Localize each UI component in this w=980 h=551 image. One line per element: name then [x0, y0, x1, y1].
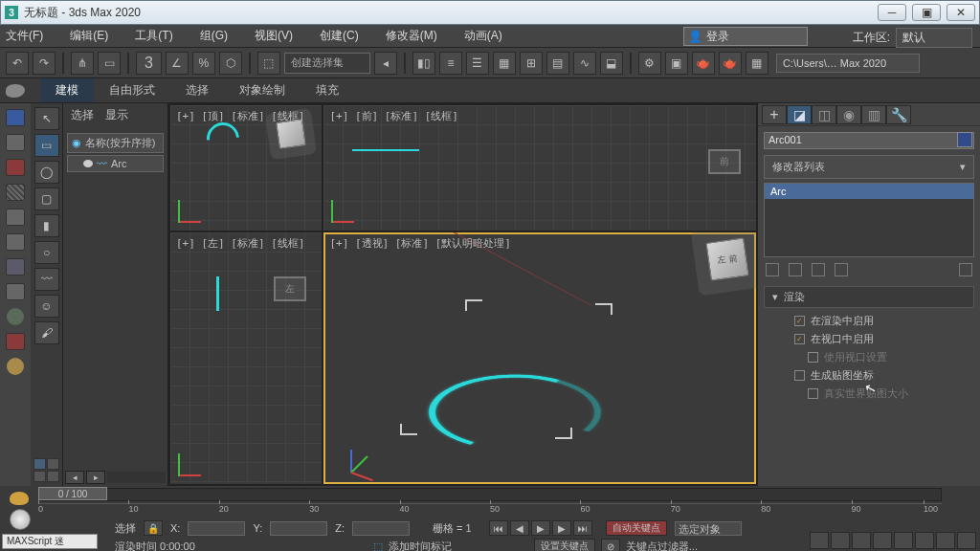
time-slider-thumb[interactable]: 0 / 100	[38, 487, 107, 500]
tab-modeling[interactable]: 建模	[40, 78, 94, 102]
poly-thumb[interactable]	[33, 471, 46, 482]
orbit-button[interactable]	[852, 532, 871, 549]
brush-tool[interactable]: 〰	[34, 268, 59, 291]
wave-icon[interactable]	[6, 283, 25, 300]
material-editor-button[interactable]: ⬓	[600, 52, 623, 75]
grid-icon[interactable]	[6, 233, 25, 251]
render-button[interactable]: 🫖	[692, 52, 715, 75]
login-field[interactable]: 👤 登录	[683, 27, 808, 46]
undo-button[interactable]: ↶	[6, 52, 29, 75]
selection-set-field[interactable]: 创建选择集	[284, 53, 370, 74]
next-frame[interactable]: ▶	[552, 520, 571, 536]
stack-item-arc[interactable]: Arc	[765, 184, 973, 199]
selset-prev[interactable]: ◂	[374, 52, 397, 75]
paint-tool[interactable]: 🖌	[34, 321, 59, 344]
workspace-selector[interactable]: 工作区: 默认	[853, 28, 972, 48]
key-mode[interactable]: ⊘	[601, 539, 620, 551]
menu-view[interactable]: 视图(V)	[255, 28, 293, 44]
chk-realworld[interactable]: 真实世界贴图大小	[794, 385, 969, 403]
scene-tab-select[interactable]: 选择	[71, 107, 94, 123]
scene-prev[interactable]: ◂	[65, 471, 84, 484]
add-time-tag[interactable]: 添加时间标记	[389, 540, 452, 552]
graph-button[interactable]: ∿	[573, 52, 596, 75]
maximize-vp-button[interactable]	[873, 532, 892, 549]
workspace-value[interactable]: 默认	[896, 28, 972, 48]
configure-icon[interactable]	[959, 263, 972, 276]
time-slider-track[interactable]	[38, 488, 942, 501]
y-field[interactable]	[270, 521, 327, 536]
x-field[interactable]	[188, 521, 245, 536]
cloud-icon[interactable]	[6, 134, 25, 151]
render-preset-button[interactable]: 🫖	[719, 52, 742, 75]
poly-thumb[interactable]	[47, 458, 59, 470]
modifier-list-dropdown[interactable]: 修改器列表 ▾	[764, 155, 974, 179]
chk-vp-settings[interactable]: 使用视口设置	[794, 348, 969, 366]
pan2-button[interactable]	[936, 532, 955, 549]
select-tool[interactable]: ▭	[34, 134, 59, 157]
tab-populate[interactable]: 填充	[301, 78, 354, 102]
link-button[interactable]: ⋔	[71, 52, 94, 75]
circle-tool[interactable]: ○	[34, 241, 59, 264]
modifier-stack[interactable]: Arc	[764, 183, 974, 257]
schematic-button[interactable]: ▦	[493, 52, 516, 75]
goto-end[interactable]: ⏭	[573, 520, 592, 536]
modify-tab[interactable]: ◪	[787, 105, 812, 124]
circle-icon[interactable]	[7, 308, 24, 325]
viewport-front[interactable]: [+] [前] [标准] [线框] 前	[323, 105, 756, 231]
left-teapot-icon[interactable]	[6, 109, 25, 126]
chk-enable-render[interactable]: 在渲染中启用	[794, 312, 969, 330]
pin-icon[interactable]	[766, 263, 779, 276]
selection-region[interactable]: ⬚	[257, 52, 280, 75]
utilities-tab[interactable]: 🔧	[886, 105, 911, 124]
goto-start[interactable]: ⏮	[489, 520, 508, 536]
tab-selection[interactable]: 选择	[170, 78, 224, 102]
scene-next[interactable]: ▸	[86, 471, 105, 484]
key-filter-label[interactable]: 关键点过滤器...	[626, 540, 698, 552]
vp-persp-label[interactable]: [+] [透视] [标准] [默认明暗处理]	[329, 236, 510, 251]
menu-group[interactable]: 组(G)	[200, 28, 228, 44]
menu-create[interactable]: 创建(C)	[320, 28, 359, 44]
menu-modifier[interactable]: 修改器(M)	[386, 28, 437, 44]
percent-snap[interactable]: %	[192, 52, 215, 75]
viewport-top[interactable]: [+] [顶] [标准] [线框]	[170, 105, 322, 231]
zoom-button[interactable]	[831, 532, 850, 549]
z-field[interactable]	[352, 521, 410, 536]
render-setup-button[interactable]: ⚙	[638, 52, 661, 75]
poly-thumb[interactable]	[47, 471, 59, 482]
maximize-button[interactable]: ▣	[912, 4, 941, 21]
dope-sheet-button[interactable]: ▤	[546, 52, 569, 75]
camera-tool[interactable]: ▮	[34, 214, 59, 237]
hatch-icon[interactable]	[6, 184, 25, 201]
show-end-icon[interactable]	[789, 263, 802, 276]
scene-item[interactable]: 〰 Arc	[67, 155, 164, 172]
prev-frame[interactable]: ◀	[510, 520, 529, 536]
redo-button[interactable]: ↷	[33, 52, 56, 75]
project-path[interactable]: C:\Users\… Max 2020	[776, 54, 920, 73]
poly-thumb[interactable]	[33, 458, 46, 470]
chk-mapping[interactable]: 生成贴图坐标	[794, 366, 969, 385]
display-tab[interactable]: ▥	[861, 105, 886, 124]
angle-snap[interactable]: ∠	[166, 52, 189, 75]
autokey-button[interactable]: 自动关键点	[606, 520, 667, 536]
setkey-button[interactable]: 设置关键点	[534, 539, 595, 551]
object-name-field[interactable]: Arc001	[764, 132, 974, 149]
menu-file[interactable]: 文件(F)	[6, 28, 43, 44]
menu-edit[interactable]: 编辑(E)	[70, 28, 108, 44]
make-unique-icon[interactable]	[812, 263, 825, 276]
vp-top-label[interactable]: [+] [顶] [标准] [线框]	[176, 109, 304, 123]
object-color-swatch[interactable]	[957, 132, 972, 147]
tab-object-paint[interactable]: 对象绘制	[224, 78, 301, 102]
minimize-button[interactable]: ─	[878, 4, 906, 21]
render-frame-button[interactable]: ▣	[665, 52, 688, 75]
menu-anim[interactable]: 动画(A)	[464, 28, 502, 44]
vp-front-label[interactable]: [+] [前] [标准] [线框]	[329, 109, 457, 123]
viewport-left[interactable]: [+] [左] [标准] [线框] 左	[170, 232, 322, 484]
viewport-perspective[interactable]: [+] [透视] [标准] [默认明暗处理] 左 前	[323, 232, 756, 484]
select-button[interactable]: ▭	[98, 52, 121, 75]
camera-icon[interactable]	[6, 333, 25, 350]
list-icon[interactable]	[6, 209, 25, 226]
layers-button[interactable]: ☰	[466, 52, 489, 75]
curve-editor-button[interactable]: ⊞	[520, 52, 543, 75]
create-tab[interactable]: +	[762, 105, 787, 124]
menu-tools[interactable]: 工具(T)	[135, 28, 172, 44]
